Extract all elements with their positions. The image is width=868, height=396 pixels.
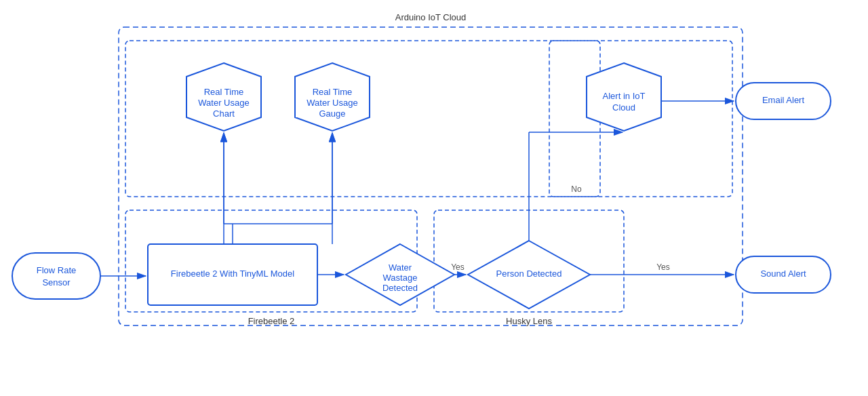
arduino-iot-cloud-label: Arduino IoT Cloud — [395, 12, 467, 22]
real-time-chart-label: Real Time — [204, 87, 244, 97]
svg-text:Gauge: Gauge — [319, 108, 345, 119]
husky-lens-label: Husky Lens — [506, 316, 552, 326]
water-wastage-label: Water — [389, 262, 412, 273]
svg-text:Water Usage: Water Usage — [198, 98, 249, 108]
svg-text:Wastage: Wastage — [383, 273, 418, 283]
svg-text:Chart: Chart — [213, 108, 235, 119]
svg-text:Sensor: Sensor — [42, 277, 71, 288]
real-time-gauge-label: Real Time — [313, 87, 353, 97]
svg-text:Cloud: Cloud — [612, 102, 635, 113]
alert-iot-label: Alert in IoT — [603, 91, 646, 101]
firebeetle2-label: Firebeetle 2 — [248, 316, 295, 326]
email-alert-label: Email Alert — [762, 95, 805, 105]
yes2-label: Yes — [656, 262, 670, 272]
sound-alert-label: Sound Alert — [760, 269, 806, 279]
svg-text:Water Usage: Water Usage — [307, 98, 357, 108]
flow-rate-sensor-shape — [12, 253, 100, 299]
diagram: Arduino IoT Cloud Firebeetle 2 Husky Len… — [0, 0, 868, 396]
firebeetle-tinyml-label: Firebeetle 2 With TinyML Model — [171, 269, 294, 279]
no-label: No — [571, 184, 582, 194]
person-detected-label: Person Detected — [496, 269, 562, 279]
yes1-label: Yes — [451, 262, 465, 272]
flow-rate-sensor-label: Flow Rate — [37, 265, 77, 275]
svg-text:Detected: Detected — [382, 283, 418, 293]
